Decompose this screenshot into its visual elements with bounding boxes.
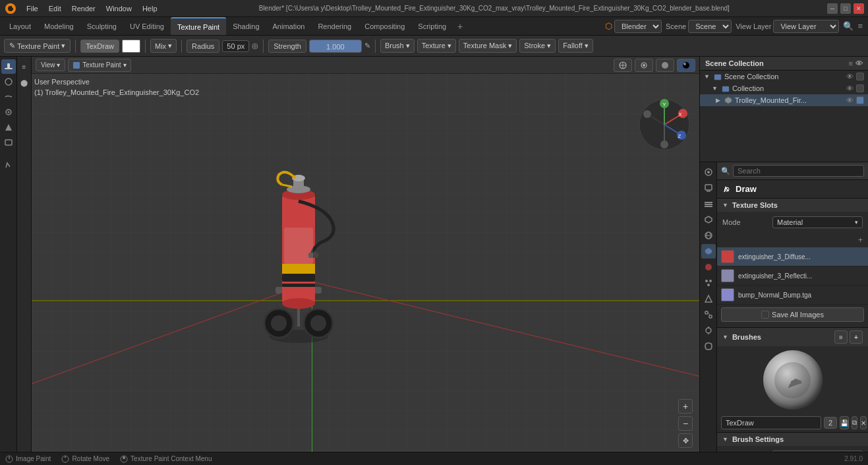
tool-fill[interactable]: [1, 120, 16, 135]
props-object-icon[interactable]: [701, 323, 716, 338]
tab-add-button[interactable]: +: [453, 19, 467, 34]
menu-help[interactable]: Help: [138, 3, 161, 14]
viewport-overlay-toggle[interactable]: [635, 59, 653, 72]
tab-scripting[interactable]: Scripting: [411, 17, 453, 35]
tab-sculpting[interactable]: Sculpting: [80, 17, 123, 35]
tool-soften[interactable]: [1, 75, 16, 89]
props-particles-icon[interactable]: [701, 276, 716, 290]
menu-file[interactable]: File: [22, 3, 42, 14]
viewport-view-dropdown[interactable]: View ▾: [36, 59, 65, 71]
tool-draw[interactable]: [1, 59, 16, 74]
blend-dropdown-prop[interactable]: Mix: [772, 450, 863, 452]
viewport-shading-solid[interactable]: [656, 59, 674, 72]
brush-delete-icon[interactable]: ✕: [860, 416, 867, 429]
brushes-section[interactable]: ▼ Brushes ≡ +: [717, 327, 868, 346]
falloff-dropdown[interactable]: Falloff ▾: [558, 39, 593, 53]
menu-edit[interactable]: Edit: [45, 3, 65, 14]
brush-name-input[interactable]: [721, 416, 821, 429]
texture-slot-1[interactable]: extinguisher_3_Reflecti...: [717, 266, 868, 286]
props-material-icon[interactable]: [701, 260, 716, 274]
brush-copy-icon[interactable]: ⧉: [852, 416, 857, 429]
svg-point-17: [683, 62, 689, 69]
texture-thumb-2: [721, 288, 734, 301]
brush-dropdown[interactable]: Brush ▾: [380, 39, 415, 53]
brush-save-icon[interactable]: 💾: [840, 416, 849, 429]
scene-collection-visible-icon[interactable]: 👁: [846, 73, 854, 80]
tab-modeling[interactable]: Modeling: [38, 17, 80, 35]
navigation-gizmo[interactable]: X Y Z: [637, 97, 693, 154]
menu-render[interactable]: Render: [68, 3, 100, 14]
mode-dropdown[interactable]: Material: [772, 216, 863, 228]
brush-add-btn[interactable]: +: [850, 330, 863, 344]
scene-selector[interactable]: Scene: [688, 20, 732, 33]
props-view-layer-icon[interactable]: [701, 197, 716, 211]
texture-slots-section[interactable]: ▼ Texture Slots: [717, 198, 868, 212]
menu-window[interactable]: Window: [102, 3, 136, 14]
viewport[interactable]: View ▾ Texture Paint ▾ User Persp: [32, 57, 699, 452]
outliner-object[interactable]: ▶ Trolley_Mounted_Fir... 👁: [700, 94, 868, 106]
collection-visible-icon[interactable]: 👁: [846, 84, 854, 92]
tab-animation[interactable]: Animation: [266, 17, 312, 35]
scene-collection-checkbox[interactable]: [856, 73, 864, 80]
outliner-collection[interactable]: ▼ Collection 👁: [708, 82, 868, 94]
viewport-gizmo-toggle[interactable]: [614, 59, 632, 72]
tab-layout[interactable]: Layout: [3, 17, 38, 35]
zoom-out-button[interactable]: −: [678, 416, 693, 431]
outliner-filter-icon[interactable]: ≡: [849, 59, 853, 67]
props-constraints-icon[interactable]: [701, 307, 716, 322]
collection-label: Collection: [732, 84, 764, 92]
tool-smear[interactable]: [1, 90, 16, 104]
texture-dropdown[interactable]: Texture ▾: [417, 39, 456, 53]
tab-compositing[interactable]: Compositing: [358, 17, 411, 35]
minimize-button[interactable]: ─: [827, 3, 838, 14]
tab-texture-paint[interactable]: Texture Paint: [171, 17, 226, 35]
radius-value[interactable]: 50 px: [222, 40, 249, 52]
tab-shading[interactable]: Shading: [226, 17, 266, 35]
stroke-dropdown[interactable]: Stroke ▾: [519, 39, 556, 53]
tab-uv-editing[interactable]: UV Editing: [123, 17, 171, 35]
search-icon[interactable]: 🔍: [843, 21, 854, 31]
zoom-in-button[interactable]: +: [678, 399, 693, 414]
outliner-scene-collection[interactable]: ▼ Scene Collection 👁: [700, 71, 868, 82]
pan-button[interactable]: ✥: [678, 433, 693, 448]
brush-panel-toggle[interactable]: ⬤: [17, 75, 32, 90]
tool-annotate[interactable]: [1, 158, 16, 172]
outliner-eye-icon[interactable]: 👁: [855, 59, 863, 67]
props-world-icon[interactable]: [701, 228, 716, 243]
search-input[interactable]: [733, 165, 864, 177]
tool-clone[interactable]: [1, 105, 16, 119]
viewport-mode-selector[interactable]: ✎ Texture Paint ▾: [4, 39, 71, 53]
viewport-mode-btn[interactable]: Texture Paint ▾: [68, 59, 130, 72]
brush-type-button[interactable]: TexDraw: [80, 40, 119, 53]
collection-checkbox[interactable]: [856, 84, 864, 92]
texture-slot-0[interactable]: extinguisher_3_Diffuse...: [717, 247, 868, 266]
texture-slot-2[interactable]: bump_Normal_Bump.tga: [717, 286, 868, 305]
close-button[interactable]: ✕: [854, 3, 864, 14]
view-layer-selector[interactable]: View Layer: [773, 20, 839, 33]
brush-settings-section[interactable]: ▼ Brush Settings: [717, 432, 868, 446]
maximize-button[interactable]: □: [840, 3, 851, 14]
props-physics-icon[interactable]: [701, 292, 716, 306]
object-visible-icon[interactable]: 👁: [846, 96, 854, 104]
blender-logo[interactable]: [4, 2, 17, 15]
props-output-icon[interactable]: [701, 181, 716, 195]
viewport-canvas[interactable]: X Y Z +: [32, 74, 699, 452]
strength-slider[interactable]: 1.000: [309, 40, 362, 53]
save-all-images-button[interactable]: Save All Images: [721, 307, 864, 322]
view-toggle[interactable]: ≡: [17, 59, 32, 74]
blend-dropdown[interactable]: Mix ▾: [150, 39, 177, 53]
brush-list-toggle[interactable]: ≡: [834, 330, 848, 344]
engine-selector[interactable]: Blender EEVEE Cycles: [614, 20, 662, 33]
props-render-icon[interactable]: [701, 165, 716, 179]
tab-rendering[interactable]: Rendering: [311, 17, 358, 35]
props-object-data-icon[interactable]: [701, 244, 716, 259]
texture-mask-dropdown[interactable]: Texture Mask ▾: [459, 39, 517, 53]
props-scene-icon[interactable]: [701, 212, 716, 227]
add-texture-btn[interactable]: +: [717, 233, 868, 247]
color-swatch[interactable]: [122, 40, 140, 53]
viewport-shading-material[interactable]: [677, 59, 695, 72]
props-modifier-icon[interactable]: [701, 339, 716, 354]
object-checkbox[interactable]: [856, 96, 864, 104]
filter-icon[interactable]: ≡: [857, 21, 863, 31]
tool-mask[interactable]: [1, 135, 16, 150]
